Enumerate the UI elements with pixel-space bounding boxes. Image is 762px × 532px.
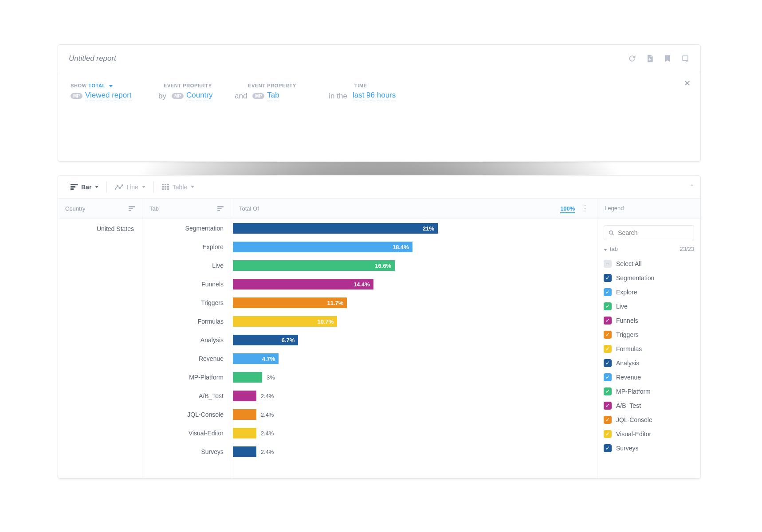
bar-value: 21% <box>423 225 434 232</box>
chevron-down-icon[interactable] <box>109 85 113 87</box>
bar[interactable] <box>233 391 256 401</box>
bar-value: 3% <box>267 374 275 381</box>
mp-badge: MP <box>252 93 264 99</box>
tab-row-label: Explore <box>142 238 231 256</box>
bar-row: 14.4% <box>231 275 597 293</box>
bar[interactable] <box>233 428 256 438</box>
bar-row: 2.4% <box>231 442 597 461</box>
viz-bar-button[interactable]: Bar <box>63 176 106 198</box>
title-actions <box>628 54 690 63</box>
svg-point-22 <box>609 231 613 234</box>
bar[interactable]: 6.7% <box>233 335 298 345</box>
download-icon[interactable] <box>645 54 654 63</box>
viz-bar-label: Bar <box>81 184 91 191</box>
legend-item[interactable]: ✓Triggers <box>604 328 694 342</box>
scale-100pct[interactable]: 100% <box>560 205 575 213</box>
chevron-down-icon <box>142 186 145 188</box>
property-country[interactable]: Country <box>186 91 213 101</box>
viz-line-label: Line <box>126 184 138 191</box>
checkbox-checked-icon: ✓ <box>604 359 612 367</box>
bar[interactable] <box>233 409 256 420</box>
bars-column: 21%18.4%16.6%14.4%11.7%10.7%6.7%4.7%3%2.… <box>231 219 597 478</box>
bar-row: 16.6% <box>231 256 597 275</box>
bar[interactable]: 18.4% <box>233 242 412 252</box>
tab-row-label: Visual-Editor <box>142 424 231 442</box>
by-word: by <box>158 92 166 101</box>
bar[interactable] <box>233 372 262 383</box>
show-label: SHOW <box>71 83 87 88</box>
svg-rect-10 <box>162 186 164 188</box>
legend-item[interactable]: ✓Analysis <box>604 356 694 370</box>
report-title[interactable]: Untitled report <box>69 54 116 63</box>
legend-item[interactable]: ✓Funnels <box>604 313 694 328</box>
legend-item[interactable]: ✓MP-Platform <box>604 384 694 399</box>
checkbox-checked-icon: ✓ <box>604 302 612 310</box>
bar-value: 11.7% <box>327 300 344 306</box>
close-icon[interactable]: ✕ <box>684 78 691 88</box>
legend-item-label: Analysis <box>616 360 639 367</box>
checkbox-indeterminate-icon: − <box>604 260 612 268</box>
legend-item[interactable]: ✓JQL-Console <box>604 413 694 427</box>
query-body: ✕ SHOW TOTAL EVENT PROPERTY EVENT PROPER… <box>58 72 700 101</box>
viz-table-button[interactable]: Table <box>154 176 202 198</box>
legend-item-label: Live <box>616 303 628 310</box>
query-panel: Untitled report ✕ SHOW <box>58 44 701 162</box>
bar-value: 2.4% <box>261 411 274 418</box>
tab-row-label: Live <box>142 256 231 275</box>
svg-rect-18 <box>129 210 131 211</box>
legend-item[interactable]: ✓Explore <box>604 285 694 299</box>
property-tab[interactable]: Tab <box>267 91 279 101</box>
bar[interactable]: 11.7% <box>233 297 347 308</box>
viz-line-button[interactable]: Line <box>107 176 153 198</box>
add-dashboard-icon[interactable] <box>681 54 690 63</box>
checkbox-checked-icon: ✓ <box>604 331 612 339</box>
bar-row: 21% <box>231 219 597 238</box>
viz-table-label: Table <box>173 184 187 191</box>
legend-item[interactable]: ✓Visual-Editor <box>604 427 694 441</box>
time-label: TIME <box>354 83 367 88</box>
checkbox-checked-icon: ✓ <box>604 274 612 282</box>
bar-value: 16.6% <box>375 262 391 269</box>
legend-search-input[interactable] <box>618 229 689 236</box>
event-value[interactable]: Viewed report <box>85 91 132 101</box>
svg-rect-1 <box>71 186 75 188</box>
col-header-country[interactable]: Country <box>58 199 142 219</box>
time-value[interactable]: last 96 hours <box>353 91 396 101</box>
legend-select-all[interactable]: − Select All <box>604 257 694 271</box>
legend-item-label: MP-Platform <box>616 388 651 395</box>
more-icon[interactable]: ⋮ <box>581 203 589 212</box>
svg-rect-16 <box>129 206 135 207</box>
legend-item[interactable]: ✓Formulas <box>604 342 694 356</box>
checkbox-checked-icon: ✓ <box>604 373 612 381</box>
chevron-down-icon <box>191 186 194 188</box>
svg-rect-15 <box>167 188 169 190</box>
col-header-tab[interactable]: Tab <box>142 199 231 219</box>
bar[interactable] <box>233 446 256 457</box>
legend-item[interactable]: ✓Surveys <box>604 441 694 455</box>
and-word: and <box>235 92 247 101</box>
collapse-icon[interactable]: ⌃ <box>690 184 694 190</box>
bar-value: 10.7% <box>318 318 334 325</box>
bar[interactable]: 14.4% <box>233 279 373 289</box>
bar[interactable]: 16.6% <box>233 260 395 271</box>
bar-row: 2.4% <box>231 405 597 424</box>
chevron-down-icon[interactable] <box>604 249 607 251</box>
legend-search[interactable] <box>604 225 694 240</box>
total-label[interactable]: TOTAL <box>88 83 106 88</box>
legend-item-label: Segmentation <box>616 274 654 282</box>
bar[interactable]: 10.7% <box>233 316 337 327</box>
legend-item[interactable]: ✓Revenue <box>604 370 694 384</box>
tab-row-label: Triggers <box>142 293 231 312</box>
tab-row-label: Funnels <box>142 275 231 293</box>
legend-item[interactable]: ✓Segmentation <box>604 271 694 285</box>
tab-row-label: Analysis <box>142 331 231 349</box>
legend-item[interactable]: ✓A/B_Test <box>604 399 694 413</box>
bar[interactable]: 4.7% <box>233 353 279 364</box>
bar-row: 6.7% <box>231 331 597 349</box>
bar[interactable]: 21% <box>233 223 438 234</box>
legend-item[interactable]: ✓Live <box>604 299 694 313</box>
bar-value: 14.4% <box>354 281 370 288</box>
search-icon <box>609 230 614 236</box>
bookmark-icon[interactable] <box>663 54 672 63</box>
refresh-icon[interactable] <box>628 54 636 63</box>
